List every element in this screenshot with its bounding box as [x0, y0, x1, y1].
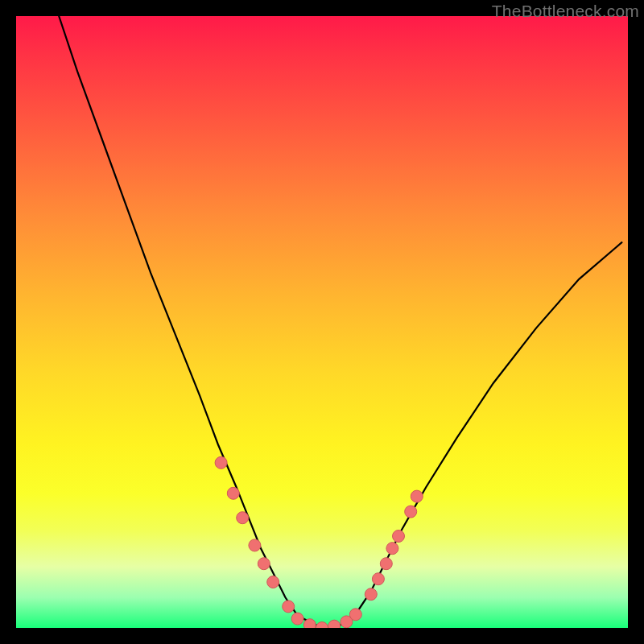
curve-marker — [283, 601, 295, 613]
curve-marker — [316, 622, 328, 629]
curve-marker — [405, 506, 417, 518]
curve-marker — [372, 573, 384, 585]
curve-marker — [411, 490, 423, 502]
chart-plot-area — [16, 16, 628, 628]
curve-marker — [249, 539, 261, 551]
curve-marker — [386, 543, 398, 555]
chart-svg — [16, 16, 628, 628]
curve-marker — [267, 576, 279, 588]
curve-marker — [380, 558, 392, 570]
bottleneck-curve — [59, 16, 621, 628]
curve-marker — [328, 620, 341, 628]
curve-marker — [393, 530, 405, 543]
curve-marker — [215, 456, 227, 469]
curve-marker — [303, 619, 316, 628]
curve-marker — [291, 613, 303, 625]
curve-marker — [227, 487, 239, 499]
curve-marker — [258, 558, 270, 570]
curve-markers — [215, 456, 423, 628]
watermark-text: TheBottleneck.com — [492, 2, 639, 21]
curve-marker — [237, 512, 249, 524]
curve-marker — [365, 588, 377, 601]
curve-marker — [349, 609, 361, 621]
